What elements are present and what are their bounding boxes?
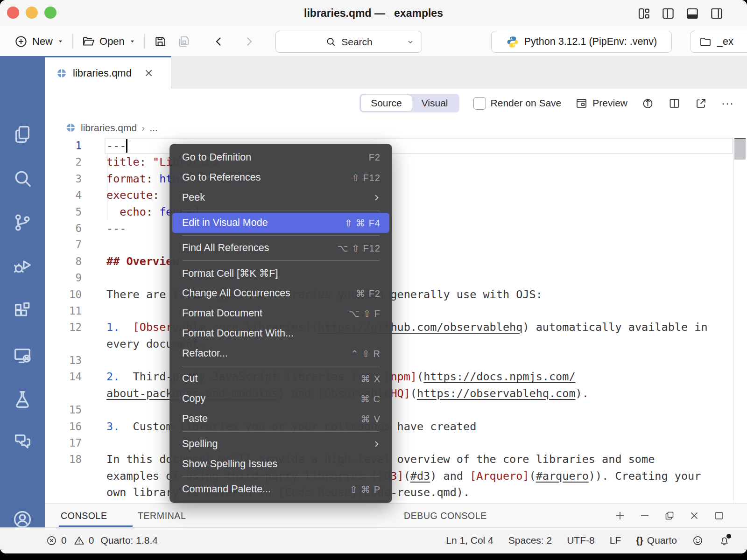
activity-remote-console-icon[interactable] [12,344,33,366]
code-line[interactable]: 5 echo: fenced [45,204,747,220]
menu-item-refactor[interactable]: Refactor...⌃ ⇧ R [172,343,389,364]
status-item-smiley[interactable] [692,535,704,546]
menu-item-label: Go to Definition [182,152,369,163]
code-line[interactable]: 3format: html [45,171,747,187]
status-item-0[interactable]: 0 [46,535,67,546]
code-line[interactable]: 18In this document we'll provide a high-… [45,451,747,468]
close-tab-icon[interactable] [144,68,154,78]
activity-extensions-icon[interactable] [12,300,33,322]
activity-chat-icon[interactable] [12,431,33,452]
chevron-down-icon [407,38,414,46]
close-panel-icon[interactable] [689,510,700,521]
panel-tab-terminal[interactable]: TERMINAL [138,504,186,528]
code-line[interactable]: examples of using third-party libraries … [45,468,747,484]
indent-guide [107,154,107,220]
status-item-quarto[interactable]: {}Quarto [636,535,677,546]
status-item-ln-1-col-4[interactable]: Ln 1, Col 4 [446,535,493,546]
code-line[interactable]: 13 [45,352,747,369]
menu-item-command-palette[interactable]: Command Palette...⇧ ⌘ P [172,479,389,499]
status-item-spaces-2[interactable]: Spaces: 2 [508,535,552,546]
interpreter-selector[interactable]: Python 3.12.1 (PipEnv: .venv) [491,31,672,53]
more-actions-button[interactable]: ··· [721,97,734,110]
status-text: Ln 1, Col 4 [446,535,493,546]
status-item-utf-8[interactable]: UTF-8 [567,535,595,546]
code-editor[interactable]: 1---2title: "Libraries"3format: html4exe… [45,138,747,503]
code-line[interactable]: 1--- [45,138,747,154]
code-line[interactable]: 17 [45,435,747,451]
tab-libraries-qmd[interactable]: libraries.qmd [45,56,171,89]
navigate-forward-button[interactable] [237,35,261,49]
menu-item-find-all-references[interactable]: Find All References⌥ ⇧ F12 [172,238,389,258]
menu-item-show-spelling-issues[interactable]: Show Spelling Issues [172,454,389,474]
visual-mode-button[interactable]: Visual [412,95,458,111]
menu-item-cut[interactable]: Cut⌘ X [172,369,389,389]
menu-item-edit-in-visual-mode[interactable]: Edit in Visual Mode⇧ ⌘ F4 [172,213,389,233]
activity-run-debug-icon[interactable] [12,256,33,277]
code-line[interactable]: every document. [45,336,747,352]
split-editor-icon[interactable] [668,97,681,110]
code-line[interactable]: own library is covered in [Code Reuse](c… [45,484,747,501]
code-line[interactable]: 121. [Observable core libraries](https:/… [45,319,747,336]
code-line[interactable]: 15 [45,402,747,418]
menu-item-label: Edit in Visual Mode [182,217,345,229]
menu-item-peek[interactable]: Peek [172,188,389,208]
activity-source-control-icon[interactable] [12,212,33,233]
menu-item-paste[interactable]: Paste⌘ V [172,409,389,429]
restore-panel-icon[interactable] [664,510,675,521]
project-selector[interactable]: _ex [690,31,747,53]
code-line[interactable]: 8## Overview [45,253,747,270]
braces-icon: {} [636,535,643,546]
code-line[interactable]: 6--- [45,220,747,237]
save-all-button[interactable] [172,35,195,49]
activity-search-icon[interactable] [12,168,33,189]
source-visual-toggle: Source Visual [359,94,459,112]
open-button[interactable]: Open [77,35,141,49]
save-button[interactable] [148,35,172,49]
toggle-panel-icon[interactable] [685,7,699,21]
activity-explorer-icon[interactable] [12,124,33,145]
menu-item-format-document-with[interactable]: Format Document With... [172,323,389,343]
status-item-lf[interactable]: LF [610,535,621,546]
menu-item-spelling[interactable]: Spelling [172,434,389,454]
code-line[interactable]: 142. Third-party JavaScript libraries fr… [45,369,747,385]
status-item-0[interactable]: 0 [73,535,94,546]
activity-testing-icon[interactable] [12,389,33,410]
menu-item-format-document[interactable]: Format Document⌥ ⇧ F [172,303,389,323]
code-line[interactable]: 11 [45,303,747,319]
menu-item-format-cell-k-f[interactable]: Format Cell [⌘K ⌘F] [172,263,389,283]
search-input[interactable]: Search [275,31,422,53]
code-line[interactable]: 4execute: [45,187,747,203]
code-line[interactable]: 9 [45,270,747,286]
split-editor-layout-icon[interactable] [661,7,675,21]
notification-badge [726,534,731,539]
customize-layout-icon[interactable] [637,7,651,21]
breadcrumb-more[interactable]: ... [149,122,158,133]
new-button[interactable]: New [9,35,69,49]
menu-item-copy[interactable]: Copy⌘ C [172,389,389,409]
code-line[interactable]: about-packages-and-modules) and [Observa… [45,385,747,402]
preview-button[interactable]: Preview [575,97,627,110]
code-line[interactable]: 163. Custom libraries you or your collea… [45,419,747,435]
render-icon[interactable] [641,97,654,110]
maximize-panel-icon[interactable] [713,510,725,521]
navigate-back-button[interactable] [207,35,231,49]
source-mode-button[interactable]: Source [361,95,412,111]
breadcrumb[interactable]: libraries.qmd › ... [45,118,747,138]
open-in-new-window-icon[interactable] [695,97,707,110]
status-item-quarto-1-8-4[interactable]: Quarto: 1.8.4 [100,535,158,546]
code-line[interactable]: 7 [45,237,747,253]
render-on-save-checkbox[interactable] [473,97,486,110]
code-line[interactable]: 2title: "Libraries" [45,154,747,170]
menu-item-go-to-definition[interactable]: Go to DefinitionF2 [172,147,389,168]
menu-item-go-to-references[interactable]: Go to References⇧ F12 [172,168,389,188]
code-line[interactable]: 10There are three types of libraries you… [45,287,747,303]
plus-icon[interactable] [614,510,626,521]
minus-icon[interactable] [639,510,650,521]
breadcrumb-file[interactable]: libraries.qmd [81,122,137,133]
menu-item-shortcut: F2 [369,152,381,163]
secondary-sidebar-icon[interactable] [710,7,724,21]
panel-tab-console[interactable]: CONSOLE [61,504,107,528]
menu-item-change-all-occurrences[interactable]: Change All Occurrences⌘ F2 [172,283,389,303]
status-item-bell[interactable] [719,535,730,546]
panel-tab-debug-console[interactable]: DEBUG CONSOLE [404,504,487,528]
